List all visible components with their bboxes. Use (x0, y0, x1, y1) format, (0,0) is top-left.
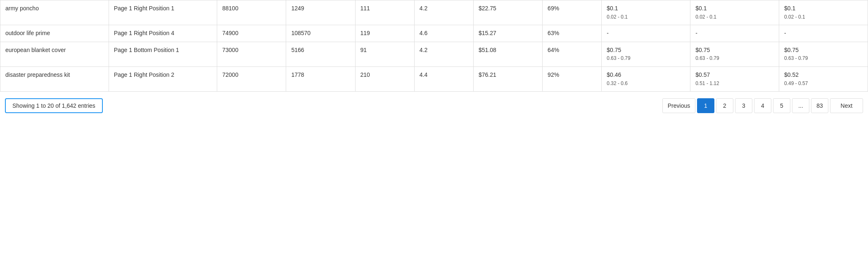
cell-competition: 69% (543, 0, 602, 25)
cell-keyword: european blanket cover (0, 42, 109, 66)
cell-keyword: disaster preparedness kit (0, 66, 109, 91)
cell-cpc: $51.08 (473, 42, 542, 66)
cell-bid3: $0.10.02 - 0.1 (779, 0, 868, 25)
cell-ctr: 4.2 (414, 42, 473, 66)
cell-searches: 73000 (217, 42, 286, 66)
cell-ctr: 4.4 (414, 66, 473, 91)
pagination-page-5[interactable]: 5 (773, 98, 790, 113)
cell-bid1: - (602, 25, 690, 42)
cell-position: Page 1 Right Position 4 (109, 25, 217, 42)
pagination-ellipsis: ... (792, 98, 809, 113)
cell-bid2: $0.750.63 - 0.79 (690, 42, 779, 66)
cell-ctr: 4.2 (414, 0, 473, 25)
pagination[interactable]: Previous12345...83Next (662, 98, 863, 113)
cell-bid2: $0.570.51 - 1.12 (690, 66, 779, 91)
showing-info: Showing 1 to 20 of 1,642 entries (5, 98, 103, 113)
cell-competition: 92% (543, 66, 602, 91)
cell-bid1: $0.460.32 - 0.6 (602, 66, 690, 91)
cell-cpc: $22.75 (473, 0, 542, 25)
pagination-page-1[interactable]: 1 (697, 98, 714, 113)
table-container: army ponchoPage 1 Right Position 1881001… (0, 0, 868, 92)
cell-impressions: 1249 (286, 0, 355, 25)
cell-ctr: 4.6 (414, 25, 473, 42)
cell-position: Page 1 Right Position 1 (109, 0, 217, 25)
cell-bid1: $0.10.02 - 0.1 (602, 0, 690, 25)
pagination-page-3[interactable]: 3 (735, 98, 752, 113)
cell-cpc: $76.21 (473, 66, 542, 91)
cell-position: Page 1 Bottom Position 1 (109, 42, 217, 66)
cell-impressions: 108570 (286, 25, 355, 42)
cell-competition: 64% (543, 42, 602, 66)
cell-impressions: 1778 (286, 66, 355, 91)
table-row: army ponchoPage 1 Right Position 1881001… (0, 0, 868, 25)
pagination-next-button[interactable]: Next (830, 98, 863, 113)
cell-searches: 88100 (217, 0, 286, 25)
cell-clicks: 91 (355, 42, 414, 66)
cell-keyword: outdoor life prime (0, 25, 109, 42)
cell-keyword: army poncho (0, 0, 109, 25)
table-footer: Showing 1 to 20 of 1,642 entries Previou… (0, 92, 868, 120)
pagination-page-2[interactable]: 2 (716, 98, 733, 113)
cell-bid2: $0.10.02 - 0.1 (690, 0, 779, 25)
pagination-page-4[interactable]: 4 (754, 98, 771, 113)
cell-bid1: $0.750.63 - 0.79 (602, 42, 690, 66)
table-row: european blanket coverPage 1 Bottom Posi… (0, 42, 868, 66)
cell-clicks: 111 (355, 0, 414, 25)
cell-impressions: 5166 (286, 42, 355, 66)
table-row: disaster preparedness kitPage 1 Right Po… (0, 66, 868, 91)
data-table: army ponchoPage 1 Right Position 1881001… (0, 0, 868, 92)
table-row: outdoor life primePage 1 Right Position … (0, 25, 868, 42)
cell-searches: 74900 (217, 25, 286, 42)
cell-cpc: $15.27 (473, 25, 542, 42)
cell-bid3: $0.750.63 - 0.79 (779, 42, 868, 66)
pagination-previous-button[interactable]: Previous (662, 98, 695, 113)
cell-bid3: $0.520.49 - 0.57 (779, 66, 868, 91)
cell-position: Page 1 Right Position 2 (109, 66, 217, 91)
cell-clicks: 210 (355, 66, 414, 91)
cell-competition: 63% (543, 25, 602, 42)
pagination-page-83[interactable]: 83 (811, 98, 828, 113)
cell-clicks: 119 (355, 25, 414, 42)
cell-bid2: - (690, 25, 779, 42)
cell-searches: 72000 (217, 66, 286, 91)
cell-bid3: - (779, 25, 868, 42)
